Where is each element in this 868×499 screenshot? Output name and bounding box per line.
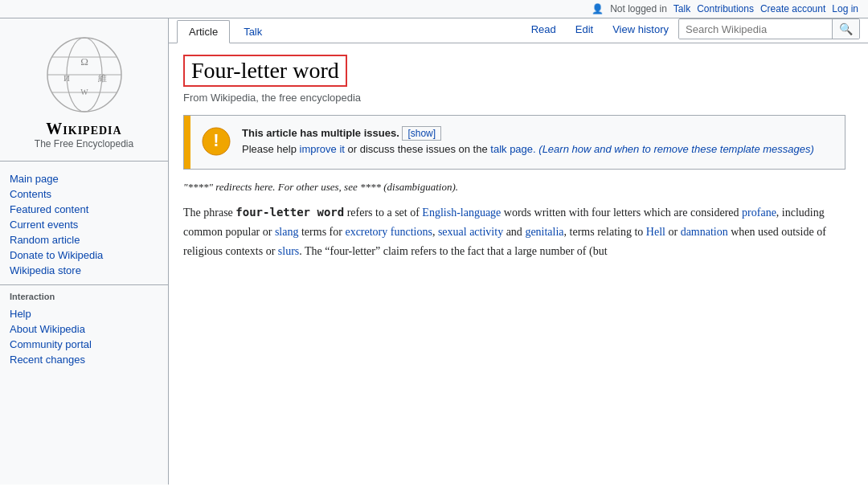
p1-mid2: words written with four letters which ar… bbox=[501, 207, 742, 219]
sidebar-logo: Ω И 維 W Wikipedia The Free Encyclopedia bbox=[0, 27, 168, 162]
p1-mid1: refers to a set of bbox=[344, 207, 422, 219]
redirect-note: "****" redirects here. For other uses, s… bbox=[183, 181, 845, 194]
tab-group-right: Read Edit View history 🔍 bbox=[525, 18, 860, 43]
warning-icon: ! bbox=[202, 127, 231, 159]
topbar-person-icon: 👤 bbox=[592, 3, 604, 14]
sidebar-item-community-portal[interactable]: Community portal bbox=[0, 337, 168, 352]
topbar-talk-link[interactable]: Talk bbox=[674, 3, 690, 14]
issue-body-start: Please help bbox=[242, 143, 300, 155]
logo-title: Wikipedia bbox=[46, 120, 121, 138]
sidebar-item-donate[interactable]: Donate to Wikipedia bbox=[0, 247, 168, 263]
sidebar-item-random-article[interactable]: Random article bbox=[0, 232, 168, 247]
tab-view-history[interactable]: View history bbox=[606, 20, 675, 39]
p1-link5[interactable]: sexual activity bbox=[438, 226, 503, 238]
p1-link7[interactable]: Hell bbox=[646, 226, 665, 238]
p1-link2[interactable]: profane bbox=[742, 207, 776, 219]
interaction-section-title: Interaction bbox=[0, 284, 168, 303]
issue-learn-text: (Learn how and when to remove these temp… bbox=[538, 143, 814, 155]
search-input[interactable] bbox=[679, 20, 832, 39]
p1-mid7: , terms relating to bbox=[564, 226, 646, 238]
issue-show-button[interactable]: [show] bbox=[402, 126, 441, 141]
issue-header: This article has multiple issues. bbox=[242, 127, 399, 139]
tab-read[interactable]: Read bbox=[525, 20, 563, 39]
tab-edit[interactable]: Edit bbox=[569, 20, 600, 39]
svg-text:!: ! bbox=[213, 130, 219, 150]
article: Four-letter word From Wikipedia, the fre… bbox=[169, 43, 860, 268]
main-layout: Ω И 維 W Wikipedia The Free Encyclopedia … bbox=[0, 18, 868, 485]
svg-text:W: W bbox=[80, 88, 88, 96]
sidebar-item-main-page[interactable]: Main page bbox=[0, 171, 168, 186]
issue-talk-link[interactable]: talk page. bbox=[490, 143, 535, 155]
p1-link8[interactable]: damnation bbox=[681, 226, 728, 238]
p1-start: The phrase bbox=[183, 207, 235, 219]
sidebar-item-contents[interactable]: Contents bbox=[0, 186, 168, 202]
p1-end: . The “four-letter” claim refers to the … bbox=[299, 245, 607, 257]
p1-link6[interactable]: genitalia bbox=[525, 226, 563, 238]
not-logged-in-text: Not logged in bbox=[610, 3, 667, 14]
svg-text:Ω: Ω bbox=[80, 55, 88, 67]
sidebar-item-recent-changes[interactable]: Recent changes bbox=[0, 352, 168, 367]
topbar-login-link[interactable]: Log in bbox=[832, 3, 858, 14]
p1-link4[interactable]: excretory functions bbox=[345, 226, 432, 238]
p1-link3[interactable]: slang bbox=[275, 226, 299, 238]
sidebar-item-current-events[interactable]: Current events bbox=[0, 217, 168, 232]
tabbar: Article Talk Read Edit View history 🔍 bbox=[169, 18, 868, 43]
svg-text:維: 維 bbox=[96, 73, 106, 83]
p1-mid4: terms for bbox=[298, 226, 345, 238]
tab-article[interactable]: Article bbox=[177, 20, 230, 43]
svg-text:И: И bbox=[63, 73, 70, 83]
p1-mid8: or bbox=[665, 226, 681, 238]
p1-link9[interactable]: slurs bbox=[278, 245, 299, 257]
sidebar-item-about[interactable]: About Wikipedia bbox=[0, 321, 168, 337]
sidebar: Ω И 維 W Wikipedia The Free Encyclopedia … bbox=[0, 18, 169, 485]
article-body-p1: The phrase four-letter word refers to a … bbox=[183, 203, 845, 260]
article-title: Four-letter word bbox=[183, 55, 347, 87]
issue-box: ! This article has multiple issues. [sho… bbox=[183, 115, 845, 170]
tab-talk[interactable]: Talk bbox=[231, 20, 274, 43]
logo-subtitle: The Free Encyclopedia bbox=[35, 138, 133, 149]
p1-mid6: and bbox=[503, 226, 525, 238]
sidebar-item-help[interactable]: Help bbox=[0, 306, 168, 321]
issue-body-mid: or discuss these issues on the bbox=[345, 143, 490, 155]
sidebar-navigation: Main page Contents Featured content Curr… bbox=[0, 168, 168, 281]
sidebar-item-store[interactable]: Wikipedia store bbox=[0, 263, 168, 278]
sidebar-item-featured-content[interactable]: Featured content bbox=[0, 202, 168, 217]
search-box: 🔍 bbox=[678, 18, 860, 39]
topbar: 👤 Not logged in Talk Contributions Creat… bbox=[0, 0, 868, 18]
topbar-contributions-link[interactable]: Contributions bbox=[697, 3, 754, 14]
issue-improve-link[interactable]: improve it bbox=[300, 143, 345, 155]
issue-text: This article has multiple issues. [show]… bbox=[242, 125, 833, 157]
article-subtitle: From Wikipedia, the free encyclopedia bbox=[183, 92, 845, 104]
content-area: Article Talk Read Edit View history 🔍 Fo… bbox=[169, 18, 868, 485]
search-button[interactable]: 🔍 bbox=[832, 19, 859, 39]
tab-group-left: Article Talk bbox=[177, 19, 276, 43]
p1-link1[interactable]: English-language bbox=[422, 207, 501, 219]
topbar-create-account-link[interactable]: Create account bbox=[760, 3, 825, 14]
wikipedia-logo: Ω И 維 W bbox=[44, 35, 125, 115]
issue-stripe bbox=[184, 116, 190, 169]
tab-actions: Read Edit View history bbox=[525, 20, 675, 39]
p1-mid5: , bbox=[432, 226, 438, 238]
p1-bold: four-letter word bbox=[235, 206, 344, 219]
sidebar-interaction: Help About Wikipedia Community portal Re… bbox=[0, 303, 168, 370]
